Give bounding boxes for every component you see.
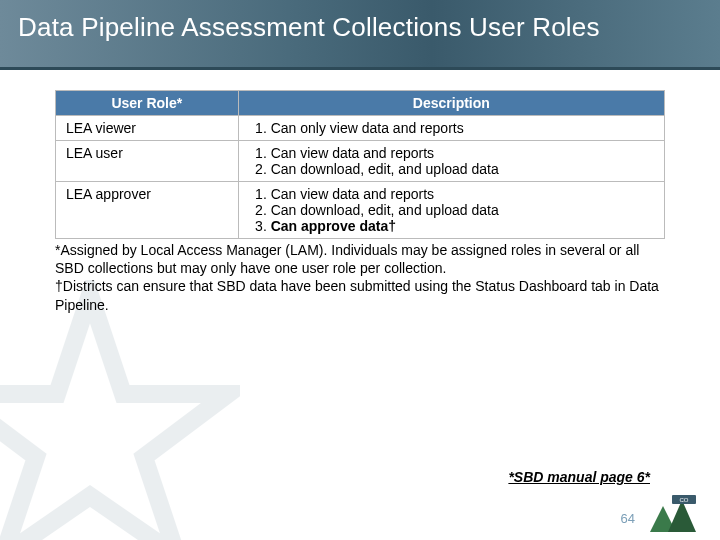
desc-cell: Can view data and reports Can download, … [238,141,664,182]
star-background-graphic [0,280,240,540]
footnote-dagger: †Districts can ensure that SBD data have… [55,277,665,313]
desc-item: Can view data and reports [271,145,654,161]
desc-item: Can only view data and reports [271,120,654,136]
table-row: LEA approver Can view data and reports C… [56,182,665,239]
co-logo-icon: CO [650,492,702,532]
svg-marker-0 [0,295,228,540]
page-number: 64 [621,511,635,526]
role-cell: LEA user [56,141,239,182]
manual-reference-link[interactable]: *SBD manual page 6* [508,469,650,485]
page-title: Data Pipeline Assessment Collections Use… [18,12,702,43]
footnote-asterisk: *Assigned by Local Access Manager (LAM).… [55,241,665,277]
col-header-desc: Description [238,91,664,116]
desc-cell: Can view data and reports Can download, … [238,182,664,239]
desc-item: Can download, edit, and upload data [271,161,654,177]
desc-item: Can approve data† [271,218,654,234]
col-header-role: User Role* [56,91,239,116]
desc-item: Can view data and reports [271,186,654,202]
title-band: Data Pipeline Assessment Collections Use… [0,0,720,70]
content-area: User Role* Description LEA viewer Can on… [0,70,720,239]
role-cell: LEA approver [56,182,239,239]
footnotes: *Assigned by Local Access Manager (LAM).… [0,239,720,314]
role-cell: LEA viewer [56,116,239,141]
desc-cell: Can only view data and reports [238,116,664,141]
desc-item: Can download, edit, and upload data [271,202,654,218]
table-row: LEA user Can view data and reports Can d… [56,141,665,182]
table-row: LEA viewer Can only view data and report… [56,116,665,141]
svg-marker-2 [668,500,696,532]
svg-text:CO: CO [680,497,689,503]
roles-table: User Role* Description LEA viewer Can on… [55,90,665,239]
